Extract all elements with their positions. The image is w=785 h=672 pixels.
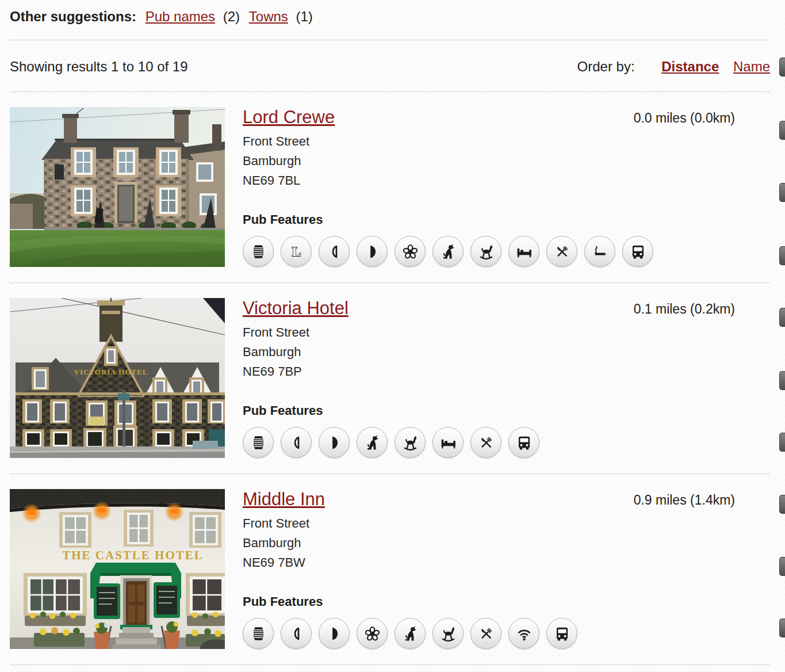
evening-meals-icon[interactable] bbox=[319, 427, 350, 458]
pub-features-icons bbox=[243, 618, 770, 649]
order-by-group: Order by: Distance Name bbox=[577, 59, 770, 74]
order-by-name-link[interactable]: Name bbox=[733, 59, 770, 74]
accommodation-icon[interactable] bbox=[508, 236, 539, 267]
distance-value: 0.0 miles (0.0km) bbox=[634, 110, 735, 126]
pub-name-link[interactable]: Lord Crewe bbox=[243, 107, 335, 128]
address-line: Bamburgh bbox=[243, 151, 770, 171]
pub-result-lord-crewe: Lord Crewe Front Street Bamburgh NE69 7B… bbox=[10, 92, 770, 283]
evening-meals-icon[interactable] bbox=[319, 618, 350, 649]
address-line: Bamburgh bbox=[243, 342, 770, 362]
dog-friendly-icon[interactable] bbox=[357, 427, 388, 458]
garden-icon[interactable] bbox=[395, 236, 426, 267]
accommodation-icon[interactable] bbox=[432, 427, 464, 458]
evening-meals-icon[interactable] bbox=[357, 236, 388, 267]
family-friendly-icon[interactable] bbox=[395, 427, 426, 458]
address-line: Bamburgh bbox=[243, 533, 770, 553]
real-ale-icon[interactable] bbox=[243, 427, 274, 458]
edge-peek-button[interactable] bbox=[779, 58, 785, 77]
bus-stop-icon[interactable] bbox=[622, 236, 653, 267]
suggestion-count-pub-names: (2) bbox=[223, 9, 240, 24]
edge-peek-button[interactable] bbox=[779, 433, 785, 452]
lunchtime-meals-icon[interactable] bbox=[319, 236, 350, 267]
wifi-icon[interactable] bbox=[508, 618, 539, 649]
pub-info: Lord Crewe Front Street Bamburgh NE69 7B… bbox=[243, 107, 770, 267]
address-line: NE69 7BW bbox=[243, 553, 770, 572]
pub-name-link[interactable]: Middle Inn bbox=[243, 489, 325, 510]
pub-features-icons bbox=[243, 427, 770, 458]
suggestion-link-towns[interactable]: Towns bbox=[249, 9, 288, 24]
victoria-hotel-photo-illustration: VICTORIA HOTEL bbox=[10, 298, 225, 458]
lord-crewe-photo-illustration bbox=[10, 107, 225, 267]
restaurant-icon[interactable] bbox=[546, 236, 577, 267]
showing-results-text: Showing results 1 to 10 of 19 bbox=[10, 59, 188, 74]
pub-info: Victoria Hotel Front Street Bamburgh NE6… bbox=[243, 298, 770, 458]
pub-photo-middle-inn[interactable]: THE CASTLE HOTEL bbox=[10, 489, 225, 649]
distance-value: 0.9 miles (1.4km) bbox=[634, 492, 735, 508]
order-by-distance-link[interactable]: Distance bbox=[661, 59, 719, 74]
edge-peek-button[interactable] bbox=[779, 121, 785, 140]
bus-stop-icon[interactable] bbox=[546, 618, 577, 649]
edge-peek-button[interactable] bbox=[779, 183, 785, 202]
results-bar: Showing results 1 to 10 of 19 Order by: … bbox=[10, 40, 770, 92]
restaurant-icon[interactable] bbox=[470, 427, 501, 458]
dog-friendly-icon[interactable] bbox=[432, 236, 464, 267]
pub-search-results-page: Other suggestions: Pub names (2) Towns (… bbox=[0, 0, 785, 665]
bus-stop-icon[interactable] bbox=[508, 427, 539, 458]
pub-features-heading: Pub Features bbox=[243, 212, 770, 227]
address-line: Front Street bbox=[243, 323, 770, 342]
other-suggestions-label: Other suggestions: bbox=[10, 9, 136, 24]
address-line: NE69 7BL bbox=[243, 171, 770, 190]
dog-friendly-icon[interactable] bbox=[395, 618, 426, 649]
family-friendly-icon[interactable] bbox=[432, 618, 464, 649]
family-friendly-icon[interactable] bbox=[470, 236, 501, 267]
distance-value: 0.1 miles (0.2km) bbox=[634, 301, 735, 317]
middle-inn-photo-illustration: THE CASTLE HOTEL bbox=[10, 489, 225, 649]
suggestion-link-pub-names[interactable]: Pub names bbox=[145, 9, 215, 24]
edge-peek-button[interactable] bbox=[779, 246, 785, 265]
lunchtime-meals-icon[interactable] bbox=[281, 618, 312, 649]
suggestion-count-towns: (1) bbox=[296, 9, 313, 24]
edge-peek-button[interactable] bbox=[779, 371, 785, 390]
restaurant-icon[interactable] bbox=[470, 618, 501, 649]
pub-result-victoria-hotel: VICTORIA HOTEL bbox=[10, 283, 770, 474]
locale-icon[interactable] bbox=[281, 236, 312, 267]
pub-photo-victoria-hotel[interactable]: VICTORIA HOTEL bbox=[10, 298, 225, 458]
lunchtime-meals-icon[interactable] bbox=[281, 427, 312, 458]
real-ale-icon[interactable] bbox=[243, 236, 274, 267]
pub-features-heading: Pub Features bbox=[243, 403, 770, 418]
svg-text:VICTORIA HOTEL: VICTORIA HOTEL bbox=[74, 368, 148, 376]
order-by-label: Order by: bbox=[577, 59, 635, 74]
smoking-area-icon[interactable] bbox=[584, 236, 615, 267]
pub-features-icons bbox=[243, 236, 770, 267]
other-suggestions-bar: Other suggestions: Pub names (2) Towns (… bbox=[10, 0, 770, 40]
edge-peek-button[interactable] bbox=[779, 557, 785, 576]
edge-peek-button[interactable] bbox=[779, 308, 785, 327]
garden-icon[interactable] bbox=[357, 618, 388, 649]
address-line: Front Street bbox=[243, 132, 770, 151]
address-line: NE69 7BP bbox=[243, 362, 770, 381]
real-ale-icon[interactable] bbox=[243, 618, 274, 649]
address-line: Front Street bbox=[243, 514, 770, 533]
edge-peek-button[interactable] bbox=[779, 618, 785, 637]
pub-name-link[interactable]: Victoria Hotel bbox=[243, 298, 349, 319]
pub-features-heading: Pub Features bbox=[243, 594, 770, 609]
svg-text:THE CASTLE HOTEL: THE CASTLE HOTEL bbox=[62, 548, 204, 562]
edge-peek-button[interactable] bbox=[779, 495, 785, 514]
pub-info: Middle Inn Front Street Bamburgh NE69 7B… bbox=[243, 489, 770, 649]
pub-photo-lord-crewe[interactable] bbox=[10, 107, 225, 267]
pub-result-middle-inn: THE CASTLE HOTEL bbox=[10, 474, 770, 665]
